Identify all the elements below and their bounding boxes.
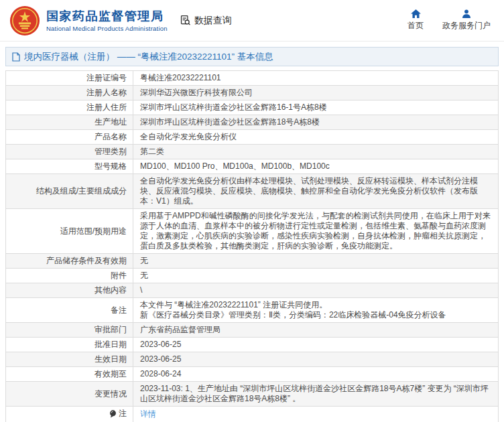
row-value: 深圳市坪山区坑梓街道金沙社区金辉路18号A栋8楼 [133, 115, 499, 130]
table-row: 产品储存条件及有效期无 [6, 254, 499, 269]
row-value: 全自动化学发光免疫分析仪由样本处理模块、试剂处理模块、反应杯转运模块、样本试剂分… [133, 174, 499, 209]
info-table: 注册证编号粤械注准20232221101注册人名称深圳华迈兴微医疗科技有限公司注… [5, 70, 499, 422]
info-table-body: 注册证编号粤械注准20232221101注册人名称深圳华迈兴微医疗科技有限公司注… [6, 71, 499, 422]
data-query-label: 数据查询 [194, 15, 232, 27]
row-label: 批准日期 [6, 338, 133, 352]
row-value: 2023-11-03: 1、生产地址由 “深圳市坪山区坑梓街道金沙社区金辉路18… [133, 382, 499, 407]
page: 国家药品监督管理局 National Medical Products Admi… [0, 0, 504, 422]
row-label: 审批部门 [6, 323, 133, 338]
table-row: 管理类别第二类 [6, 145, 499, 159]
row-label: 生产地址 [6, 115, 133, 130]
row-value: 无 [133, 269, 499, 283]
nav-home-label: 首页 [407, 20, 424, 31]
nav-home[interactable]: 首页 [407, 9, 424, 31]
table-row: 适用范围/预期用途采用基于AMPPD和碱性磷酸酶的间接化学发光法，与配套的检测试… [6, 209, 499, 254]
row-value: 2028-06-24 [133, 367, 499, 382]
row-value: 第二类 [133, 145, 499, 159]
row-label: 有效期至 [6, 367, 133, 382]
row-label: 注册人名称 [6, 86, 133, 100]
table-row: 注册人名称深圳华迈兴微医疗科技有限公司 [6, 86, 499, 100]
row-label: 备注 [6, 298, 133, 323]
details-link[interactable]: 详情 [140, 409, 156, 419]
row-label: 产品名称 [6, 130, 133, 145]
row-value: 深圳华迈兴微医疗科技有限公司 [133, 86, 499, 100]
row-value: 采用基于AMPPD和碱性磷酸酶的间接化学发光法，与配套的检测试剂共同使用，在临床… [133, 209, 499, 254]
row-label: 管理类别 [6, 145, 133, 159]
row-value: 深圳市坪山区坑梓街道金沙社区金辉路16-1号A栋8楼 [133, 100, 499, 115]
table-row: 有效期至2028-06-24 [6, 367, 499, 382]
org-name-cn: 国家药品监督管理局 [46, 9, 168, 23]
main-content: 境内医疗器械（注册） —— “粤械注准20232221101” 基本信息 注册证… [0, 42, 504, 422]
table-row: 产品名称全自动化学发光免疫分析仪 [6, 130, 499, 145]
row-label: 注册人住所 [6, 100, 133, 115]
row-value: 无 [133, 254, 499, 269]
row-label: 变更情况 [6, 382, 133, 407]
data-query-icon [180, 15, 191, 26]
site-header: 国家药品监督管理局 National Medical Products Admi… [0, 0, 504, 42]
row-label: 附件 [6, 269, 133, 283]
row-value: 广东省药品监督管理局 [133, 323, 499, 338]
home-icon [411, 9, 421, 18]
table-row: 注册证编号粤械注准20232221101 [6, 71, 499, 86]
row-label-text: 注 [119, 409, 127, 419]
row-value: MD100、MD100 Pro、MD100a、MD100b、MD100c [133, 159, 499, 174]
row-label: 适用范围/预期用途 [6, 209, 133, 254]
table-row: 生产地址深圳市坪山区坑梓街道金沙社区金辉路18号A栋8楼 [6, 115, 499, 130]
brand-text: 国家药品监督管理局 National Medical Products Admi… [46, 9, 168, 32]
nav-portal[interactable]: 政务服务门户 [442, 9, 491, 31]
row-label: 注 [6, 407, 133, 422]
page-title: 境内医疗器械（注册） —— “粤械注准20232221101” 基本信息 [24, 51, 273, 63]
nmpa-emblem-logo [9, 5, 40, 36]
breadcrumb-title-bar: 境内医疗器械（注册） —— “粤械注准20232221101” 基本信息 [5, 47, 499, 66]
row-value: 详情 [133, 407, 499, 422]
table-row: 附件无 [6, 269, 499, 283]
row-label: 生效日期 [6, 352, 133, 367]
table-row: 注册人住所深圳市坪山区坑梓街道金沙社区金辉路16-1号A栋8楼 [6, 100, 499, 115]
table-row: 结构及组成/主要组成成分全自动化学发光免疫分析仪由样本处理模块、试剂处理模块、反… [6, 174, 499, 209]
row-label: 注册证编号 [6, 71, 133, 86]
nav-portal-label: 政务服务门户 [442, 20, 491, 31]
row-value: 2023-06-25 [133, 338, 499, 352]
user-icon [462, 9, 471, 18]
top-nav: 首页 政务服务门户 [407, 9, 496, 31]
document-icon [12, 52, 20, 62]
table-row: 其他内容\ [6, 283, 499, 298]
table-row: 变更情况2023-11-03: 1、生产地址由 “深圳市坪山区坑梓街道金沙社区金… [6, 382, 499, 407]
table-row: 批准日期2023-06-25 [6, 338, 499, 352]
table-row: 备注本文件与 “粤械注准20232221101” 注册证共同使用。 新《医疗器械… [6, 298, 499, 323]
table-row: 注详情 [6, 407, 499, 422]
row-value: 全自动化学发光免疫分析仪 [133, 130, 499, 145]
row-label: 型号规格 [6, 159, 133, 174]
org-name-en: National Medical Products Administration [46, 25, 168, 32]
table-row: 生效日期2023-06-25 [6, 352, 499, 367]
row-value: 2023-06-25 [133, 352, 499, 367]
row-label: 结构及组成/主要组成成分 [6, 174, 133, 209]
table-row: 审批部门广东省药品监督管理局 [6, 323, 499, 338]
row-label: 产品储存条件及有效期 [6, 254, 133, 269]
table-row: 型号规格MD100、MD100 Pro、MD100a、MD100b、MD100c [6, 159, 499, 174]
row-label: 其他内容 [6, 283, 133, 298]
row-value: \ [133, 283, 499, 298]
brand: 国家药品监督管理局 National Medical Products Admi… [9, 5, 168, 36]
row-value: 本文件与 “粤械注准20232221101” 注册证共同使用。 新《医疗器械分类… [133, 298, 499, 323]
row-value: 粤械注准20232221101 [133, 71, 499, 86]
data-query-nav[interactable]: 数据查询 [180, 15, 232, 27]
note-icon [109, 410, 117, 418]
